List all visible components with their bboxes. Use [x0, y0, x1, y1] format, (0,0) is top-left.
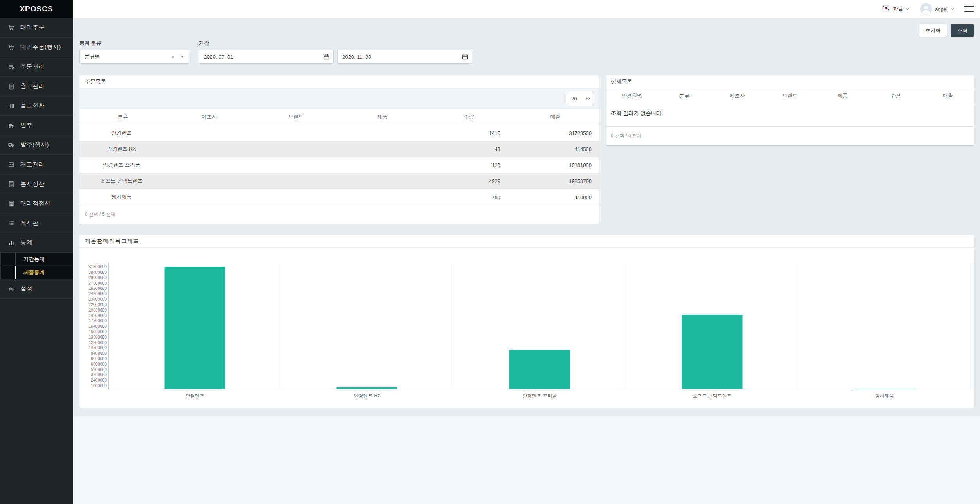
detail-table-header: 안경원명 분류 제조사 브랜드 제품 수량 매출	[606, 88, 974, 104]
date-from-input[interactable]	[204, 54, 324, 60]
col-brand: 브랜드	[252, 109, 339, 125]
main-area: 한글 angel 초기화 조회 통계 분류 분류별	[73, 0, 980, 504]
chevron-down-icon	[586, 97, 590, 100]
search-button[interactable]: 조회	[951, 24, 974, 37]
submenu-item-label: 제품통계	[23, 269, 45, 276]
detail-list-title: 상세목록	[606, 75, 974, 88]
col-quantity: 수량	[426, 109, 512, 125]
y-tick-label: 3800000	[91, 372, 107, 377]
x-axis-label: 행사제품	[798, 393, 971, 399]
chart-y-axis: 1000000240000038000005200000660000080000…	[84, 262, 108, 389]
y-tick-label: 22000000	[88, 302, 107, 307]
cart-icon	[8, 25, 14, 31]
statistics-submenu: 기간통계 제품통계	[0, 253, 73, 279]
chart-bar	[682, 315, 742, 389]
stat-category-filter: 통계 분류 분류별 ×	[79, 39, 189, 64]
sidebar-item-statistics[interactable]: 통계	[0, 233, 73, 253]
order-table: 분류 제조사 브랜드 제품 수량 매출 안경렌즈 1415	[79, 109, 599, 205]
calendar-icon[interactable]	[462, 54, 468, 60]
y-tick-label: 29000000	[88, 275, 107, 280]
user-menu[interactable]: angel	[920, 3, 954, 15]
chart-bar	[854, 389, 915, 389]
x-axis-label: 안경렌즈-RX	[281, 393, 454, 399]
sidebar-item-hq-settlement[interactable]: 본사정산	[0, 174, 73, 194]
sidebar-item-inventory-management[interactable]: 재고관리	[0, 155, 73, 174]
col-brand: 브랜드	[764, 88, 816, 104]
sidebar-item-period-stats[interactable]: 기간통계	[0, 253, 73, 266]
table-row[interactable]: 소프트 콘택트렌즈 4929 19258700	[79, 173, 599, 189]
sidebar-item-proxy-order[interactable]: 대리주문	[0, 18, 73, 38]
shipment-doc-icon	[8, 83, 14, 90]
submenu-item-label: 기간통계	[23, 256, 45, 263]
table-row[interactable]: 안경렌즈-프리폼 120 10101000	[79, 157, 599, 173]
col-sales: 매출	[921, 88, 974, 104]
sales-chart-panel: 제품판매기록그래프 100000024000003800000520000066…	[79, 235, 974, 408]
table-row[interactable]: 행사제품 780 110000	[79, 189, 599, 205]
sidebar-item-settings[interactable]: 설정	[0, 279, 73, 299]
chart-x-axis: 안경렌즈안경렌즈-RX안경렌즈-프리폼소프트 콘택트렌즈행사제품	[109, 389, 971, 403]
date-to-input[interactable]	[342, 54, 462, 60]
sidebar-item-board[interactable]: 게시판	[0, 213, 73, 233]
chart-category-zone	[626, 262, 798, 389]
y-tick-label: 27600000	[88, 281, 107, 285]
calendar-icon[interactable]	[324, 54, 329, 60]
hamburger-menu-icon[interactable]	[964, 6, 974, 12]
col-category: 분류	[658, 88, 711, 104]
truck-event-icon	[8, 142, 14, 148]
order-list-title: 주문목록	[79, 75, 599, 88]
chart-category-zone	[109, 262, 281, 389]
reset-button[interactable]: 초기화	[919, 24, 947, 37]
chart-plot	[108, 262, 971, 389]
chevron-down-icon	[951, 8, 954, 10]
table-row[interactable]: 안경렌즈-RX 43 414500	[79, 141, 599, 157]
sidebar-item-label: 대리주문	[20, 24, 45, 31]
y-tick-label: 1000000	[91, 383, 107, 388]
cart-event-icon	[8, 44, 14, 50]
y-tick-label: 12200000	[88, 340, 107, 345]
sidebar-item-order-management[interactable]: 주문관리	[0, 57, 73, 77]
sidebar-item-label: 출고관리	[20, 83, 45, 90]
empty-state-message: 조회 결과가 없습니다.	[606, 104, 974, 127]
stat-category-select[interactable]: 분류별 ×	[79, 50, 189, 64]
language-label: 한글	[893, 5, 903, 13]
submenu-indicator	[15, 253, 16, 265]
y-tick-label: 17800000	[88, 318, 107, 323]
y-tick-label: 8000000	[91, 356, 107, 361]
topbar: 한글 angel	[73, 0, 980, 18]
y-tick-label: 16400000	[88, 324, 107, 328]
col-store-name: 안경원명	[606, 88, 658, 104]
sidebar-item-shipping-management[interactable]: 출고관리	[0, 77, 73, 96]
sidebar-item-label: 대리주문(행사)	[20, 43, 61, 51]
sidebar-item-label: 재고관리	[20, 161, 45, 168]
date-from-field[interactable]	[199, 50, 334, 64]
sidebar-item-proxy-order-event[interactable]: 대리주문(행사)	[0, 38, 73, 57]
detail-list-panel: 상세목록 안경원명 분류 제조사 브랜드 제품 수량 매출 조회 결과가 없습니…	[606, 75, 974, 145]
y-tick-label: 20600000	[88, 308, 107, 312]
stat-category-value: 분류별	[85, 53, 171, 60]
date-to-field[interactable]	[337, 50, 472, 64]
board-list-icon	[8, 220, 14, 226]
order-list-icon	[8, 64, 14, 70]
language-selector[interactable]: 한글	[882, 5, 909, 13]
y-tick-label: 5200000	[91, 367, 107, 372]
chart-bar	[337, 387, 397, 389]
y-tick-label: 23400000	[88, 297, 107, 301]
sidebar-item-agency-settlement[interactable]: 대리점정산	[0, 194, 73, 213]
order-selection-status: 0 선택 / 5 전체	[79, 205, 599, 224]
table-row[interactable]: 안경렌즈 1415 31723500	[79, 125, 599, 141]
truck-icon	[8, 122, 14, 129]
detail-selection-status: 0 선택 / 0 전체	[606, 127, 974, 145]
sidebar-item-label: 주문관리	[20, 63, 45, 70]
chart-category-zone	[798, 262, 971, 389]
sidebar-item-purchase-order-event[interactable]: 발주(행사)	[0, 135, 73, 155]
sidebar-item-shipping-status[interactable]: 출고현황	[0, 96, 73, 116]
sidebar-item-purchase-order[interactable]: 발주	[0, 116, 73, 135]
chart-category-zone	[453, 262, 626, 389]
page-size-select[interactable]: 20	[566, 92, 594, 105]
clear-icon[interactable]: ×	[171, 54, 175, 60]
chart-category-zone	[281, 262, 454, 389]
sidebar-item-label: 게시판	[20, 219, 39, 227]
sidebar-item-product-stats[interactable]: 제품통계	[0, 266, 73, 279]
sidebar-item-label: 발주	[20, 122, 32, 129]
chart-bar	[164, 267, 225, 389]
